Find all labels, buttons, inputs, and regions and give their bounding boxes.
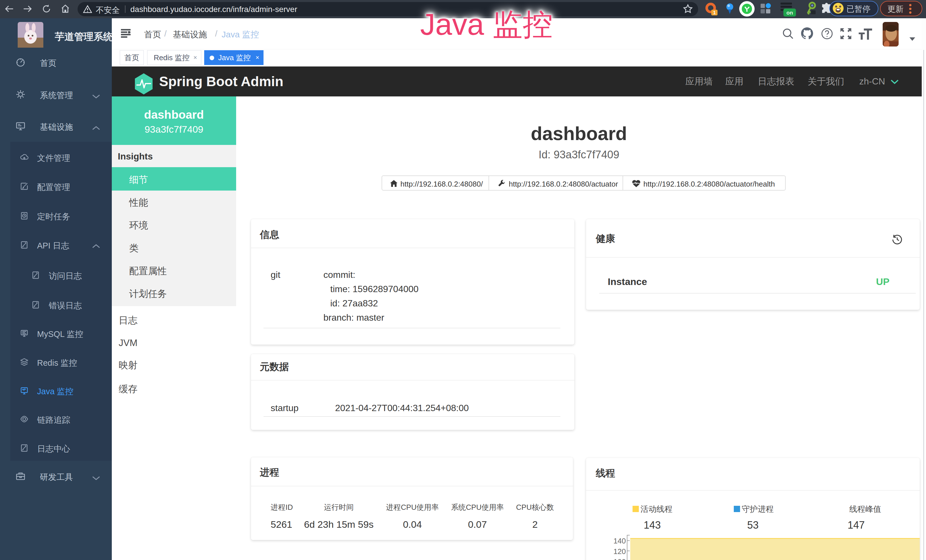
svg-text:on: on — [786, 10, 793, 16]
svg-text:1: 1 — [713, 10, 716, 15]
